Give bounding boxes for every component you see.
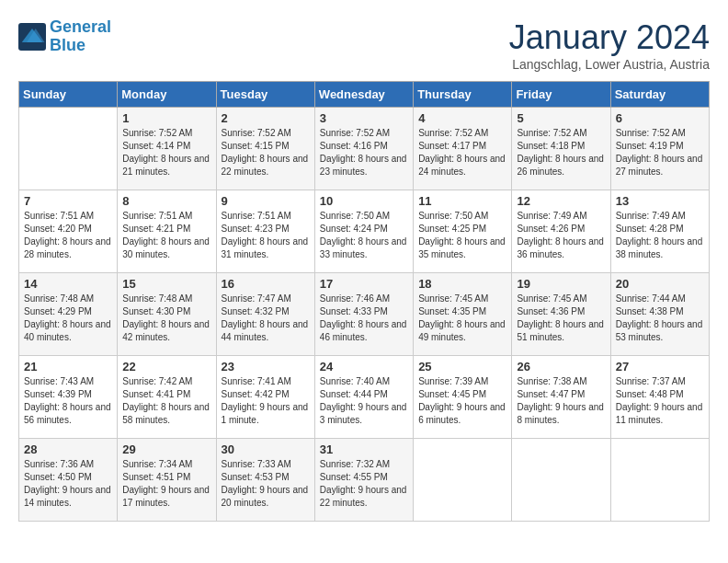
- day-cell-14: 14Sunrise: 7:48 AMSunset: 4:29 PMDayligh…: [19, 273, 118, 356]
- day-number: 24: [320, 360, 408, 373]
- day-info: Sunrise: 7:38 AMSunset: 4:47 PMDaylight:…: [517, 375, 605, 427]
- day-number: 17: [320, 277, 408, 291]
- day-cell-13: 13Sunrise: 7:49 AMSunset: 4:28 PMDayligh…: [610, 190, 709, 273]
- week-row-5: 28Sunrise: 7:36 AMSunset: 4:50 PMDayligh…: [19, 439, 710, 522]
- day-info: Sunrise: 7:51 AMSunset: 4:20 PMDaylight:…: [24, 210, 112, 261]
- empty-cell: [610, 439, 709, 522]
- logo-icon: [18, 23, 46, 51]
- day-cell-19: 19Sunrise: 7:45 AMSunset: 4:36 PMDayligh…: [512, 273, 610, 356]
- col-header-wednesday: Wednesday: [314, 82, 413, 108]
- day-number: 25: [418, 360, 506, 373]
- page-header: General Blue January 2024 Langschlag, Lo…: [18, 18, 710, 72]
- day-cell-16: 16Sunrise: 7:47 AMSunset: 4:32 PMDayligh…: [216, 273, 314, 356]
- day-info: Sunrise: 7:50 AMSunset: 4:25 PMDaylight:…: [418, 210, 506, 261]
- day-cell-20: 20Sunrise: 7:44 AMSunset: 4:38 PMDayligh…: [610, 273, 709, 356]
- day-cell-6: 6Sunrise: 7:52 AMSunset: 4:19 PMDaylight…: [610, 108, 709, 190]
- day-info: Sunrise: 7:49 AMSunset: 4:26 PMDaylight:…: [517, 210, 605, 261]
- day-number: 8: [122, 194, 210, 208]
- day-info: Sunrise: 7:43 AMSunset: 4:39 PMDaylight:…: [24, 375, 112, 427]
- day-cell-9: 9Sunrise: 7:51 AMSunset: 4:23 PMDaylight…: [216, 190, 314, 273]
- day-info: Sunrise: 7:36 AMSunset: 4:50 PMDaylight:…: [24, 458, 112, 510]
- day-info: Sunrise: 7:52 AMSunset: 4:19 PMDaylight:…: [616, 127, 704, 178]
- month-title: January 2024: [509, 18, 710, 57]
- empty-cell: [512, 439, 610, 522]
- logo: General Blue: [18, 18, 111, 55]
- day-info: Sunrise: 7:44 AMSunset: 4:38 PMDaylight:…: [616, 293, 704, 344]
- day-cell-30: 30Sunrise: 7:33 AMSunset: 4:53 PMDayligh…: [216, 439, 314, 522]
- day-cell-25: 25Sunrise: 7:39 AMSunset: 4:45 PMDayligh…: [414, 356, 512, 439]
- day-number: 5: [517, 111, 605, 125]
- day-number: 31: [320, 442, 408, 456]
- day-number: 10: [320, 194, 408, 208]
- day-number: 4: [418, 111, 506, 125]
- day-number: 2: [222, 111, 310, 125]
- day-number: 20: [616, 277, 704, 291]
- day-info: Sunrise: 7:48 AMSunset: 4:30 PMDaylight:…: [122, 293, 210, 344]
- day-cell-23: 23Sunrise: 7:41 AMSunset: 4:42 PMDayligh…: [216, 356, 314, 439]
- day-info: Sunrise: 7:47 AMSunset: 4:32 PMDaylight:…: [222, 293, 310, 344]
- day-number: 22: [122, 360, 210, 373]
- day-cell-21: 21Sunrise: 7:43 AMSunset: 4:39 PMDayligh…: [19, 356, 118, 439]
- logo-line1: General: [50, 17, 111, 36]
- day-number: 16: [222, 277, 310, 291]
- day-info: Sunrise: 7:40 AMSunset: 4:44 PMDaylight:…: [320, 375, 408, 427]
- day-info: Sunrise: 7:41 AMSunset: 4:42 PMDaylight:…: [222, 375, 310, 427]
- week-row-4: 21Sunrise: 7:43 AMSunset: 4:39 PMDayligh…: [19, 356, 710, 439]
- day-cell-27: 27Sunrise: 7:37 AMSunset: 4:48 PMDayligh…: [610, 356, 709, 439]
- day-cell-26: 26Sunrise: 7:38 AMSunset: 4:47 PMDayligh…: [512, 356, 610, 439]
- day-info: Sunrise: 7:32 AMSunset: 4:55 PMDaylight:…: [320, 458, 408, 510]
- day-cell-28: 28Sunrise: 7:36 AMSunset: 4:50 PMDayligh…: [19, 439, 118, 522]
- day-info: Sunrise: 7:48 AMSunset: 4:29 PMDaylight:…: [24, 293, 112, 344]
- subtitle: Langschlag, Lower Austria, Austria: [509, 57, 710, 72]
- day-info: Sunrise: 7:51 AMSunset: 4:23 PMDaylight:…: [222, 210, 310, 261]
- calendar-table: SundayMondayTuesdayWednesdayThursdayFrid…: [18, 81, 710, 522]
- day-number: 13: [616, 194, 704, 208]
- day-cell-3: 3Sunrise: 7:52 AMSunset: 4:16 PMDaylight…: [314, 108, 413, 190]
- day-info: Sunrise: 7:45 AMSunset: 4:36 PMDaylight:…: [517, 293, 605, 344]
- day-cell-5: 5Sunrise: 7:52 AMSunset: 4:18 PMDaylight…: [512, 108, 610, 190]
- day-number: 30: [222, 442, 310, 456]
- empty-cell: [414, 439, 512, 522]
- week-row-1: 1Sunrise: 7:52 AMSunset: 4:14 PMDaylight…: [19, 108, 710, 190]
- day-cell-18: 18Sunrise: 7:45 AMSunset: 4:35 PMDayligh…: [414, 273, 512, 356]
- day-number: 21: [24, 360, 112, 373]
- day-cell-24: 24Sunrise: 7:40 AMSunset: 4:44 PMDayligh…: [314, 356, 413, 439]
- day-number: 29: [122, 442, 210, 456]
- col-header-monday: Monday: [118, 82, 216, 108]
- week-row-3: 14Sunrise: 7:48 AMSunset: 4:29 PMDayligh…: [19, 273, 710, 356]
- day-cell-1: 1Sunrise: 7:52 AMSunset: 4:14 PMDaylight…: [118, 108, 216, 190]
- day-number: 9: [222, 194, 310, 208]
- empty-cell: [19, 108, 118, 190]
- day-info: Sunrise: 7:42 AMSunset: 4:41 PMDaylight:…: [122, 375, 210, 427]
- day-cell-15: 15Sunrise: 7:48 AMSunset: 4:30 PMDayligh…: [118, 273, 216, 356]
- day-info: Sunrise: 7:34 AMSunset: 4:51 PMDaylight:…: [122, 458, 210, 510]
- day-info: Sunrise: 7:52 AMSunset: 4:16 PMDaylight:…: [320, 127, 408, 178]
- day-number: 28: [24, 442, 112, 456]
- day-number: 26: [517, 360, 605, 373]
- day-cell-2: 2Sunrise: 7:52 AMSunset: 4:15 PMDaylight…: [216, 108, 314, 190]
- day-number: 23: [222, 360, 310, 373]
- day-cell-4: 4Sunrise: 7:52 AMSunset: 4:17 PMDaylight…: [414, 108, 512, 190]
- day-number: 3: [320, 111, 408, 125]
- day-cell-17: 17Sunrise: 7:46 AMSunset: 4:33 PMDayligh…: [314, 273, 413, 356]
- logo-line2: Blue: [50, 36, 85, 54]
- day-number: 19: [517, 277, 605, 291]
- day-number: 14: [24, 277, 112, 291]
- day-number: 6: [616, 111, 704, 125]
- logo-text: General Blue: [50, 18, 111, 55]
- col-header-thursday: Thursday: [414, 82, 512, 108]
- col-header-sunday: Sunday: [19, 82, 118, 108]
- day-info: Sunrise: 7:52 AMSunset: 4:18 PMDaylight:…: [517, 127, 605, 178]
- day-cell-12: 12Sunrise: 7:49 AMSunset: 4:26 PMDayligh…: [512, 190, 610, 273]
- day-number: 27: [616, 360, 704, 373]
- day-cell-22: 22Sunrise: 7:42 AMSunset: 4:41 PMDayligh…: [118, 356, 216, 439]
- col-header-friday: Friday: [512, 82, 610, 108]
- day-cell-31: 31Sunrise: 7:32 AMSunset: 4:55 PMDayligh…: [314, 439, 413, 522]
- day-info: Sunrise: 7:39 AMSunset: 4:45 PMDaylight:…: [418, 375, 506, 427]
- title-block: January 2024 Langschlag, Lower Austria, …: [509, 18, 710, 72]
- day-number: 7: [24, 194, 112, 208]
- day-info: Sunrise: 7:50 AMSunset: 4:24 PMDaylight:…: [320, 210, 408, 261]
- day-cell-7: 7Sunrise: 7:51 AMSunset: 4:20 PMDaylight…: [19, 190, 118, 273]
- day-info: Sunrise: 7:45 AMSunset: 4:35 PMDaylight:…: [418, 293, 506, 344]
- day-info: Sunrise: 7:46 AMSunset: 4:33 PMDaylight:…: [320, 293, 408, 344]
